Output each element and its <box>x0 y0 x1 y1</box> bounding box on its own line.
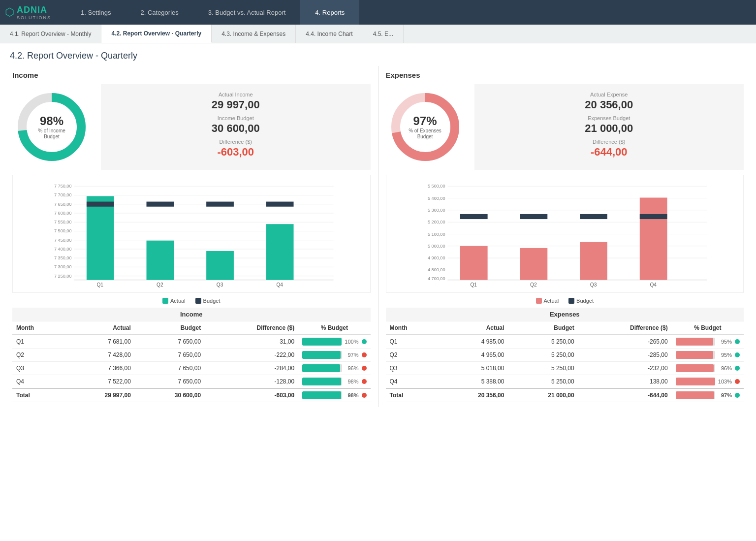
table-row-budget: 5 250,00 <box>508 335 578 349</box>
svg-text:5 400,00: 5 400,00 <box>428 196 445 201</box>
progress-bar-cell: 96% <box>302 364 366 372</box>
income-donut-container: 98% % of IncomeBudget <box>12 88 91 166</box>
page-title: 4.2. Report Overview - Quarterly <box>0 43 756 66</box>
tab-categories[interactable]: 2. Categories <box>126 0 193 25</box>
pct-text: 97% <box>718 392 732 398</box>
expenses-bar-q2-budget <box>520 214 547 219</box>
pct-text: 103% <box>718 379 732 384</box>
expenses-legend-budget: Budget <box>568 298 594 304</box>
status-dot <box>362 366 367 371</box>
tab-settings[interactable]: 1. Settings <box>66 0 126 25</box>
progress-bar-bg <box>676 364 715 372</box>
table-row-budget: 30 600,00 <box>135 388 205 402</box>
svg-text:4 800,00: 4 800,00 <box>428 267 445 272</box>
svg-text:5 100,00: 5 100,00 <box>428 232 445 237</box>
table-row-actual: 7 428,00 <box>65 349 135 362</box>
section-divider <box>378 66 378 407</box>
income-donut-center: 98% % of IncomeBudget <box>38 114 65 140</box>
expenses-col-pct: % Budget <box>672 321 744 335</box>
svg-text:7 650,00: 7 650,00 <box>54 202 71 207</box>
tab-budget-actual[interactable]: 3. Budget vs. Actual Report <box>193 0 301 25</box>
table-row-actual: 4 985,00 <box>438 335 508 349</box>
svg-text:5 200,00: 5 200,00 <box>428 220 445 224</box>
subtab-income-chart[interactable]: 4.4. Income Chart <box>296 25 363 43</box>
expenses-stats-box: Actual Expense 20 356,00 Expenses Budget… <box>474 84 744 170</box>
expenses-legend-actual: Actual <box>536 298 559 304</box>
income-section: Income 98% % of IncomeBudget Actual Inco… <box>7 66 376 407</box>
subtab-quarterly[interactable]: 4.2. Report Overview - Quarterly <box>101 25 212 43</box>
status-dot <box>735 339 740 344</box>
svg-text:Q2: Q2 <box>530 282 537 287</box>
income-col-month: Month <box>12 321 65 335</box>
svg-text:Q4: Q4 <box>276 282 283 287</box>
table-row-actual: 29 997,00 <box>65 388 135 402</box>
income-actual-value: 29 997,00 <box>113 98 358 111</box>
income-bar-q2-budget <box>147 202 174 207</box>
expenses-donut-center: 97% % of ExpensesBudget <box>409 114 441 140</box>
expenses-chart-stats-row: 97% % of ExpensesBudget Actual Expense 2… <box>386 84 744 170</box>
progress-bar-fill <box>676 378 715 385</box>
progress-bar-fill <box>302 378 341 385</box>
expenses-donut-label: % of ExpensesBudget <box>409 128 441 140</box>
table-row-pct: 98% <box>298 375 370 389</box>
table-row-actual: 7 366,00 <box>65 362 135 375</box>
income-legend-actual: Actual <box>162 298 186 304</box>
table-row-pct: 97% <box>672 388 744 402</box>
income-col-diff: Difference ($) <box>205 321 298 335</box>
brand-name: ADNIA <box>17 5 51 15</box>
expenses-section: Expenses 97% % of ExpensesBudget Actual … <box>381 66 749 407</box>
table-row-pct: 97% <box>298 349 370 362</box>
income-budget-value: 30 600,00 <box>113 122 358 135</box>
subtab-income-expenses[interactable]: 4.3. Income & Expenses <box>212 25 296 43</box>
expenses-col-budget: Budget <box>508 321 578 335</box>
table-row-month: Q3 <box>12 362 65 375</box>
subtab-extra[interactable]: 4.5. E... <box>363 25 404 43</box>
status-dot <box>735 366 740 371</box>
progress-bar-cell: 96% <box>676 364 740 372</box>
table-row-diff: -284,00 <box>205 362 298 375</box>
table-row-month: Q4 <box>12 375 65 389</box>
table-row-month: Q3 <box>386 362 439 375</box>
expenses-bar-q1-actual <box>460 246 487 280</box>
expenses-budget-value: 21 000,00 <box>487 122 732 135</box>
table-row-diff: -285,00 <box>578 349 672 362</box>
expenses-actual-value: 20 356,00 <box>487 98 732 111</box>
main-nav-tabs: 1. Settings 2. Categories 3. Budget vs. … <box>66 0 751 25</box>
table-row-actual: 5 018,00 <box>438 362 508 375</box>
svg-text:7 600,00: 7 600,00 <box>54 211 71 216</box>
svg-text:4 700,00: 4 700,00 <box>428 276 445 281</box>
table-row-month: Total <box>386 388 439 402</box>
tab-reports[interactable]: 4. Reports <box>300 0 359 25</box>
table-row-diff: -222,00 <box>205 349 298 362</box>
expenses-title: Expenses <box>386 71 744 79</box>
svg-text:7 550,00: 7 550,00 <box>54 220 71 224</box>
expenses-bar-q2-actual <box>520 248 547 280</box>
svg-text:7 500,00: 7 500,00 <box>54 228 71 233</box>
svg-text:7 450,00: 7 450,00 <box>54 238 71 243</box>
table-row-pct: 100% <box>298 335 370 349</box>
expenses-table-title: Expenses <box>386 308 744 321</box>
expenses-table: Expenses Month Actual Budget Difference … <box>386 308 744 402</box>
table-row-month: Q2 <box>386 349 439 362</box>
table-row-month: Q4 <box>386 375 439 389</box>
status-dot <box>735 393 740 398</box>
logo-icon: ⬡ <box>5 6 14 19</box>
progress-bar-fill <box>676 364 714 372</box>
table-row-diff: 31,00 <box>205 335 298 349</box>
expenses-col-actual: Actual <box>438 321 508 335</box>
status-dot <box>735 352 740 357</box>
svg-text:7 750,00: 7 750,00 <box>54 184 71 189</box>
progress-bar-bg <box>676 338 715 346</box>
income-donut-pct: 98% <box>38 114 65 128</box>
income-legend-budget: Budget <box>195 298 220 304</box>
income-actual-label: Actual Income <box>113 92 358 97</box>
status-dot <box>362 379 367 384</box>
table-row-diff: 138,00 <box>578 375 672 389</box>
svg-text:5 300,00: 5 300,00 <box>428 208 445 213</box>
svg-text:7 700,00: 7 700,00 <box>54 192 71 197</box>
table-row-month: Q1 <box>386 335 439 349</box>
income-stats-box: Actual Income 29 997,00 Income Budget 30… <box>101 84 371 170</box>
table-row-pct: 103% <box>672 375 744 389</box>
subtab-monthly[interactable]: 4.1. Report Overview - Monthly <box>0 25 101 43</box>
expenses-bar-q4-actual <box>639 197 667 280</box>
